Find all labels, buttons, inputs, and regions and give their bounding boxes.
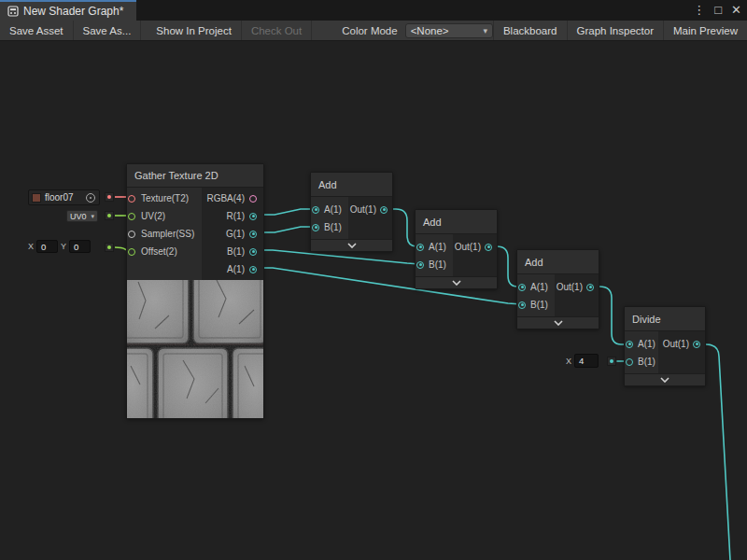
port-r1[interactable] <box>249 213 257 220</box>
port-b1[interactable] <box>518 301 526 309</box>
texture-preview <box>127 280 263 418</box>
node-title[interactable]: Divide <box>625 307 705 331</box>
port-label: B(1) <box>227 246 245 257</box>
port-g1[interactable] <box>249 231 257 238</box>
port-out1[interactable] <box>485 244 492 251</box>
node-add-1[interactable]: Add A(1) B(1) Out(1) <box>310 172 393 252</box>
port-out1[interactable] <box>380 206 388 214</box>
divide-b-float-field: X 4 <box>566 354 599 368</box>
node-title[interactable]: Add <box>517 250 599 274</box>
color-mode-dropdown[interactable]: <None> ▾ <box>405 23 493 38</box>
port-label: RGBA(4) <box>206 193 245 203</box>
port-out1[interactable] <box>693 341 700 348</box>
texture-swatch <box>32 193 41 203</box>
x-label: X <box>566 357 571 366</box>
color-mode-label: Color Mode <box>312 21 404 40</box>
chevron-down-icon <box>554 320 563 326</box>
shader-graph-icon <box>7 6 19 17</box>
uv-channel-value: UV0 <box>70 212 87 221</box>
port-label: Out(1) <box>557 282 583 292</box>
window-maximize-icon[interactable]: □ <box>714 0 722 21</box>
node-title[interactable]: Add <box>311 173 392 197</box>
texture-name: floor07 <box>45 192 74 203</box>
save-asset-button[interactable]: Save Asset <box>0 21 74 40</box>
blackboard-button[interactable]: Blackboard <box>493 21 567 40</box>
chevron-down-icon: ▾ <box>483 26 487 35</box>
toolbar: Save Asset Save As... Show In Project Ch… <box>0 21 747 41</box>
graph-inspector-button[interactable]: Graph Inspector <box>567 21 663 40</box>
node-add-3[interactable]: Add A(1) B(1) Out(1) <box>516 249 599 329</box>
node-gather-texture-2d[interactable]: Gather Texture 2D Texture(T2) UV(2) Samp… <box>126 163 264 419</box>
port-label: G(1) <box>226 229 245 239</box>
preview-expand-button[interactable] <box>517 316 599 329</box>
port-label: Texture(T2) <box>141 193 189 203</box>
port-label: Out(1) <box>455 242 481 252</box>
preview-expand-button[interactable] <box>416 276 497 288</box>
port-label: Out(1) <box>663 339 689 349</box>
preview-expand-button[interactable] <box>625 373 705 385</box>
check-out-button: Check Out <box>242 21 312 40</box>
port-label: Sampler(SS) <box>141 229 194 239</box>
texture-object-field[interactable]: floor07 <box>28 189 100 205</box>
offset-vector2-field: X 0 Y 0 <box>28 240 91 253</box>
port-label: UV(2) <box>141 211 165 221</box>
port-label: Offset(2) <box>141 246 177 257</box>
graph-canvas[interactable] <box>0 42 747 560</box>
chevron-down-icon <box>660 377 669 383</box>
port-a1[interactable] <box>312 206 319 214</box>
title-bar: New Shader Graph* ⋮ □ ✕ <box>0 0 747 21</box>
tab-title: New Shader Graph* <box>23 5 123 18</box>
chevron-down-icon: ▾ <box>91 213 94 220</box>
main-preview-button[interactable]: Main Preview <box>663 21 747 40</box>
chevron-down-icon <box>347 243 357 248</box>
port-label: B(1) <box>530 300 548 310</box>
port-offset2[interactable] <box>128 248 135 256</box>
node-add-2[interactable]: Add A(1) B(1) Out(1) <box>415 209 498 289</box>
port-label: Out(1) <box>350 204 376 215</box>
object-picker-icon[interactable] <box>86 193 95 203</box>
shader-graph-window: New Shader Graph* ⋮ □ ✕ Save Asset Save … <box>0 0 747 560</box>
port-b1[interactable] <box>416 261 424 269</box>
tab-new-shader-graph[interactable]: New Shader Graph* <box>0 0 136 21</box>
divide-b-port-stub <box>607 357 616 366</box>
port-label: A(1) <box>530 282 548 292</box>
node-title[interactable]: Add <box>416 210 497 234</box>
port-label: R(1) <box>227 211 245 221</box>
offset-x-input[interactable]: 0 <box>36 240 58 253</box>
port-a1[interactable] <box>518 284 526 291</box>
node-title[interactable]: Gather Texture 2D <box>127 164 263 188</box>
offset-y-input[interactable]: 0 <box>69 240 91 253</box>
port-label: A(1) <box>638 339 655 349</box>
port-label: B(1) <box>638 357 655 367</box>
uv-channel-dropdown[interactable]: UV0 ▾ <box>66 210 98 222</box>
port-out1[interactable] <box>586 284 594 291</box>
port-label: A(1) <box>324 204 342 215</box>
port-label: A(1) <box>227 264 245 274</box>
port-sampler-ss[interactable] <box>128 231 135 238</box>
port-uv2[interactable] <box>128 213 135 220</box>
port-b1[interactable] <box>626 358 633 366</box>
port-texture-t2[interactable] <box>128 195 135 203</box>
port-a1[interactable] <box>626 341 633 348</box>
uv-port-stub <box>105 211 114 220</box>
port-label: A(1) <box>429 242 446 252</box>
preview-expand-button[interactable] <box>311 239 392 251</box>
port-b1[interactable] <box>249 248 257 256</box>
color-mode-value: <None> <box>411 25 449 36</box>
port-a1[interactable] <box>416 244 424 251</box>
texture-port-stub <box>105 192 114 202</box>
x-label: X <box>28 242 34 251</box>
y-label: Y <box>61 242 66 251</box>
divide-b-input[interactable]: 4 <box>574 354 599 368</box>
port-label: B(1) <box>324 222 342 232</box>
port-label: B(1) <box>429 259 446 270</box>
offset-port-stub <box>105 243 114 252</box>
node-divide[interactable]: Divide A(1) B(1) Out(1) <box>624 306 706 386</box>
show-in-project-button[interactable]: Show In Project <box>147 21 242 40</box>
port-b1[interactable] <box>312 224 319 231</box>
window-close-icon[interactable]: ✕ <box>731 0 741 21</box>
port-a1[interactable] <box>249 266 257 273</box>
window-menu-icon[interactable]: ⋮ <box>693 0 705 21</box>
save-as-button[interactable]: Save As... <box>74 21 142 40</box>
port-rgba4[interactable] <box>249 195 257 203</box>
